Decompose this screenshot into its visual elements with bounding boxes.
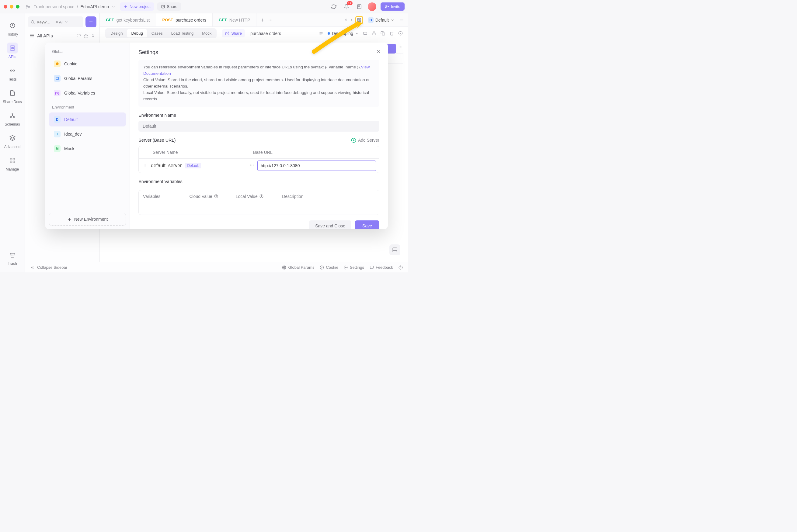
list-icon [29, 33, 35, 38]
space-name[interactable]: Frank personal space [34, 4, 75, 9]
rail-manage[interactable]: Manage [0, 153, 25, 174]
plus-circle-icon [351, 138, 356, 143]
left-rail: History APIs Tests Share Docs Schemas Ad… [0, 13, 25, 272]
tool-load[interactable]: Load Testing [167, 29, 198, 37]
window-close[interactable] [4, 5, 7, 8]
rail-trash[interactable]: Trash [0, 247, 25, 268]
footer-settings[interactable]: Settings [344, 265, 364, 270]
tab-new-http[interactable]: GETNew HTTP [212, 13, 256, 26]
default-tag: Default [185, 163, 201, 168]
rail-tests[interactable]: Tests [0, 63, 25, 84]
help-icon[interactable]: ? [214, 194, 218, 198]
icon-a[interactable] [363, 31, 368, 36]
lock-icon[interactable] [372, 31, 376, 36]
server-name[interactable]: default_server [151, 163, 182, 168]
footer-help[interactable] [398, 265, 403, 270]
refresh-icon[interactable] [77, 34, 81, 38]
rail-share-docs[interactable]: Share Docs [0, 85, 25, 107]
new-project-button[interactable]: New project [120, 2, 154, 11]
avatar[interactable] [368, 2, 376, 11]
tool-debug[interactable]: Debug [127, 29, 147, 37]
tab-keyboards[interactable]: GETget keyboardsList [100, 13, 156, 26]
nav-global-params[interactable]: Global Params [49, 72, 126, 86]
close-button[interactable] [376, 49, 381, 55]
svg-point-36 [272, 19, 272, 20]
notifications-button[interactable]: 17 [342, 2, 351, 11]
save-button[interactable]: Save [355, 221, 379, 229]
svg-point-80 [145, 165, 145, 166]
svg-point-69 [56, 62, 58, 65]
info-icon[interactable] [398, 31, 403, 36]
tool-design[interactable]: Design [106, 29, 127, 37]
sort-icon[interactable] [91, 34, 95, 38]
filter-all[interactable]: All [56, 20, 68, 24]
invite-button[interactable]: Invite [381, 2, 405, 11]
svg-point-14 [13, 70, 14, 72]
window-minimize[interactable] [10, 5, 13, 8]
request-title[interactable]: purchase orders [251, 31, 281, 36]
tab-more-icon[interactable] [268, 18, 273, 22]
tool-cases[interactable]: Cases [147, 29, 167, 37]
locate-icon[interactable] [84, 34, 88, 38]
chevron-down-icon[interactable] [111, 4, 116, 9]
footer-global-params[interactable]: Global Params [282, 265, 314, 270]
tool-mock[interactable]: Mock [198, 29, 216, 37]
trash-icon [10, 252, 16, 258]
svg-point-60 [320, 266, 324, 269]
nav-env-mock[interactable]: MMock [49, 142, 126, 156]
svg-point-1 [28, 6, 30, 8]
more-icon[interactable] [398, 45, 403, 49]
search-input[interactable] [37, 20, 54, 24]
menu-icon[interactable] [399, 18, 404, 22]
tab-purchase-orders[interactable]: POSTpurchase orders [156, 13, 212, 26]
sync-icon[interactable] [330, 2, 338, 11]
rail-schemas[interactable]: Schemas [0, 108, 25, 129]
drag-handle[interactable] [142, 163, 149, 168]
svg-line-43 [227, 32, 229, 34]
all-apis[interactable]: All APIs [28, 33, 96, 38]
rail-advanced[interactable]: Advanced [0, 130, 25, 151]
tab-add-icon[interactable] [260, 18, 265, 22]
svg-rect-20 [10, 158, 12, 160]
layers-icon [10, 135, 16, 141]
footer-cookie[interactable]: Cookie [320, 265, 338, 270]
feedback-icon [370, 265, 374, 270]
svg-point-85 [252, 165, 252, 165]
globe-icon [282, 265, 286, 270]
share-pill[interactable]: Share [222, 29, 245, 37]
base-url-input[interactable] [257, 160, 376, 171]
panel-toggle[interactable] [389, 244, 400, 255]
grid-icon [10, 157, 16, 164]
svg-rect-22 [10, 161, 12, 163]
save-and-close-button[interactable]: Save and Close [309, 221, 351, 229]
apis-icon [10, 45, 16, 51]
server-more[interactable] [246, 163, 257, 169]
new-environment-button[interactable]: New Environment [49, 213, 126, 226]
footer-feedback[interactable]: Feedback [370, 265, 393, 270]
share-button[interactable]: Share [157, 2, 181, 11]
env-selector[interactable]: D Default [365, 16, 397, 24]
server-table: Server Name Base URL default_server Defa… [138, 146, 379, 173]
collapse-sidebar[interactable]: Collapse Sidebar [31, 265, 67, 270]
notes-icon[interactable] [355, 2, 364, 11]
svg-rect-4 [162, 5, 164, 8]
nav-global-variables[interactable]: {x}Global Variables [49, 86, 126, 100]
nav-cookie[interactable]: Cookie [49, 57, 126, 71]
rail-history[interactable]: History [0, 18, 25, 39]
titlebar: Frank personal space / EchoAPI demo New … [0, 0, 408, 13]
window-maximize[interactable] [16, 5, 19, 8]
nav-env-idea[interactable]: IIdea_dev [49, 127, 126, 141]
add-server-button[interactable]: Add Server [351, 138, 379, 143]
delete-icon[interactable] [389, 31, 394, 36]
title-actions: New project Share [120, 2, 181, 11]
rail-apis[interactable]: APIs [0, 40, 25, 61]
copy-icon[interactable] [381, 31, 385, 36]
plus-icon [88, 19, 94, 25]
user-plus-icon [385, 4, 389, 9]
nav-env-default[interactable]: DDefault [49, 113, 126, 127]
search-box[interactable]: All [28, 16, 83, 27]
env-name-field[interactable]: Default [138, 121, 379, 132]
help-icon[interactable]: ? [259, 194, 263, 198]
project-name[interactable]: EchoAPI demo [80, 4, 109, 9]
add-button[interactable] [86, 16, 96, 27]
